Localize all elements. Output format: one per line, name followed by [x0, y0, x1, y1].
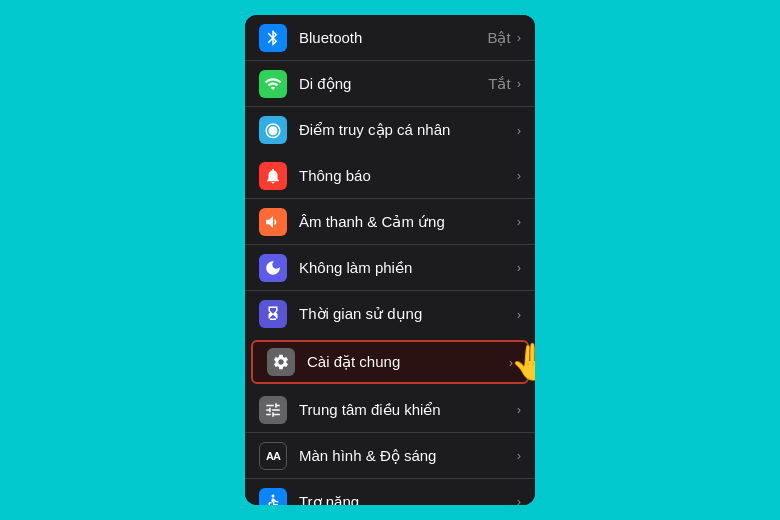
hourglass-icon: [259, 300, 287, 328]
accessibility-icon: [259, 488, 287, 506]
controls-icon: [259, 396, 287, 424]
bell-icon: [259, 162, 287, 190]
tro-nang-label: Trợ năng: [299, 493, 515, 506]
tro-nang-chevron: ›: [517, 494, 521, 505]
am-thanh-chevron: ›: [517, 214, 521, 229]
thong-bao-label: Thông báo: [299, 167, 515, 184]
bluetooth-value: Bật: [487, 29, 510, 47]
thong-bao-chevron: ›: [517, 168, 521, 183]
di-dong-label: Di động: [299, 75, 488, 93]
hotspot-chevron: ›: [517, 123, 521, 138]
di-dong-value: Tắt: [488, 75, 510, 93]
thoi-gian-chevron: ›: [517, 307, 521, 322]
aa-icon: AA: [259, 442, 287, 470]
row-am-thanh[interactable]: Âm thanh & Cảm ứng ›: [245, 199, 535, 245]
row-man-hinh[interactable]: AA Màn hình & Độ sáng ›: [245, 433, 535, 479]
svg-point-0: [272, 494, 275, 497]
cai-dat-chung-chevron: ›: [509, 355, 513, 370]
khong-lam-phien-chevron: ›: [517, 260, 521, 275]
man-hinh-chevron: ›: [517, 448, 521, 463]
am-thanh-label: Âm thanh & Cảm ứng: [299, 213, 515, 231]
section-connectivity: Bluetooth Bật › Di động Tắt ›: [245, 15, 535, 153]
row-thong-bao[interactable]: Thông báo ›: [245, 153, 535, 199]
man-hinh-label: Màn hình & Độ sáng: [299, 447, 515, 465]
row-thoi-gian[interactable]: Thời gian sử dụng ›: [245, 291, 535, 337]
row-di-dong[interactable]: Di động Tắt ›: [245, 61, 535, 107]
hotspot-label: Điểm truy cập cá nhân: [299, 121, 515, 139]
bluetooth-label: Bluetooth: [299, 29, 487, 46]
row-tro-nang[interactable]: Trợ năng ›: [245, 479, 535, 505]
phone-panel: Bluetooth Bật › Di động Tắt ›: [245, 15, 535, 505]
khong-lam-phien-label: Không làm phiền: [299, 259, 515, 277]
cellular-icon: [259, 70, 287, 98]
section-notifications: Thông báo › Âm thanh & Cảm ứng › K: [245, 153, 535, 337]
row-bluetooth[interactable]: Bluetooth Bật ›: [245, 15, 535, 61]
sound-icon: [259, 208, 287, 236]
settings-list: Bluetooth Bật › Di động Tắt ›: [245, 15, 535, 505]
row-khong-lam-phien[interactable]: Không làm phiền ›: [245, 245, 535, 291]
row-cai-dat-chung[interactable]: Cài đặt chung ›: [251, 340, 529, 384]
cai-dat-chung-label: Cài đặt chung: [307, 353, 507, 371]
di-dong-chevron: ›: [517, 76, 521, 91]
gear-icon: [267, 348, 295, 376]
thoi-gian-label: Thời gian sử dụng: [299, 305, 515, 323]
trung-tam-label: Trung tâm điều khiển: [299, 401, 515, 419]
row-trung-tam[interactable]: Trung tâm điều khiển ›: [245, 387, 535, 433]
row-hotspot[interactable]: Điểm truy cập cá nhân ›: [245, 107, 535, 153]
section-general: Cài đặt chung › 🤚 Trung tâm điều khiển ›…: [245, 337, 535, 505]
moon-icon: [259, 254, 287, 282]
bluetooth-icon: [259, 24, 287, 52]
bluetooth-chevron: ›: [517, 30, 521, 45]
hotspot-icon: [259, 116, 287, 144]
trung-tam-chevron: ›: [517, 402, 521, 417]
